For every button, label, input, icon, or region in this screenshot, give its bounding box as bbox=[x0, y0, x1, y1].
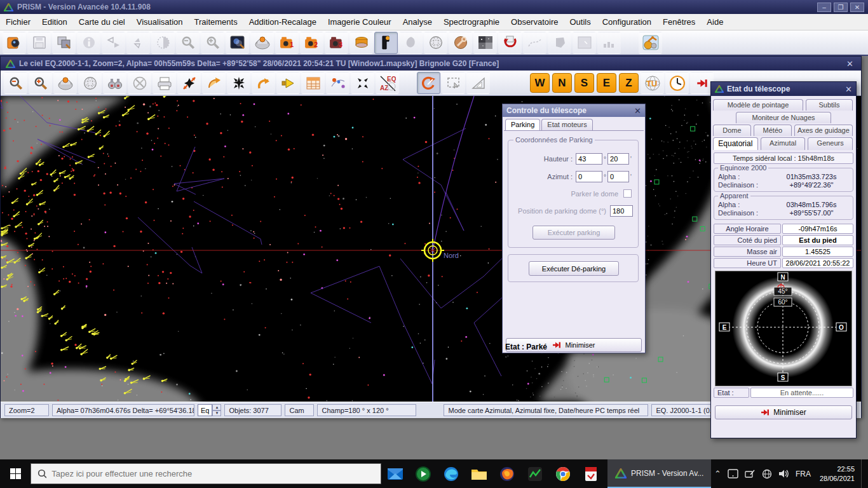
look-south-button[interactable]: S bbox=[574, 73, 594, 93]
telescope-status-close-icon[interactable]: ✕ bbox=[845, 85, 852, 94]
tray-clock[interactable]: 22:55 28/06/2021 bbox=[817, 464, 855, 483]
zoom-out-image-button[interactable] bbox=[176, 32, 200, 54]
taskbar-firefox-icon[interactable] bbox=[493, 459, 521, 488]
map-window-close-icon[interactable]: ✕ bbox=[844, 59, 856, 69]
image-info-button[interactable] bbox=[77, 32, 100, 54]
menu-configuration[interactable]: Configuration bbox=[597, 15, 657, 29]
map-step-forward-button[interactable] bbox=[276, 72, 300, 94]
photometry-button[interactable] bbox=[399, 32, 423, 54]
close-window-button[interactable]: ✕ bbox=[850, 3, 864, 12]
frame-selector[interactable]: Eq ▲▼ bbox=[198, 404, 221, 416]
dome-park-position-input[interactable] bbox=[610, 205, 633, 217]
histogram-button[interactable] bbox=[597, 32, 621, 54]
map-dome-button[interactable] bbox=[53, 72, 77, 94]
map-eq-az-toggle-button[interactable]: EQ AZ bbox=[376, 72, 399, 94]
taskbar-pdf-app-icon[interactable] bbox=[577, 459, 605, 488]
tray-language[interactable]: FRA bbox=[796, 470, 811, 478]
menu-spectrographie[interactable]: Spectrographie bbox=[438, 15, 505, 29]
map-center-object-button[interactable] bbox=[351, 72, 374, 94]
tab-modele-de-pointage[interactable]: Modèle de pointage bbox=[713, 99, 803, 111]
azimut-min-input[interactable] bbox=[607, 171, 629, 182]
menu-edition[interactable]: Edition bbox=[36, 15, 73, 29]
taskbar-file-explorer-icon[interactable] bbox=[465, 459, 493, 488]
new-frame-button[interactable] bbox=[573, 32, 596, 54]
map-measure-angle-button[interactable] bbox=[466, 72, 490, 94]
threshold-button[interactable] bbox=[151, 32, 175, 54]
calibration-images-button[interactable] bbox=[473, 32, 497, 54]
maximize-window-button[interactable]: ❐ bbox=[834, 3, 848, 12]
map-select-region-button[interactable] bbox=[442, 72, 465, 94]
region-tool-button[interactable] bbox=[548, 32, 571, 54]
instrument-setup-button[interactable] bbox=[449, 32, 472, 54]
plot-curve-button[interactable] bbox=[523, 32, 546, 54]
menu-outils[interactable]: Outils bbox=[564, 15, 596, 29]
look-north-button[interactable]: N bbox=[552, 73, 572, 93]
telescope-control-button[interactable] bbox=[374, 32, 398, 54]
open-image-button[interactable] bbox=[3, 32, 26, 54]
menu-visualisation[interactable]: Visualisation bbox=[131, 15, 189, 29]
map-zoom-out-button[interactable] bbox=[4, 72, 27, 94]
taskbar-search[interactable] bbox=[31, 463, 381, 484]
taskbar-chrome-icon[interactable] bbox=[549, 459, 577, 488]
menu-fenetres[interactable]: Fenêtres bbox=[657, 15, 701, 29]
telescope-control-titlebar[interactable]: Controle du télescope ✕ bbox=[503, 104, 645, 117]
taskbar-prism-button[interactable]: PRISM - Version Av... bbox=[607, 459, 711, 488]
hauteur-deg-input[interactable] bbox=[576, 153, 602, 165]
time-settings-button[interactable] bbox=[665, 72, 689, 94]
execute-parking-button[interactable]: Exécuter parking bbox=[532, 226, 615, 240]
map-zoom-in-button[interactable] bbox=[29, 72, 52, 94]
telescope-status-minimize-button[interactable]: Minimiser bbox=[715, 405, 852, 419]
map-reduce-field-button[interactable] bbox=[227, 72, 250, 94]
dome-control-button[interactable] bbox=[250, 32, 274, 54]
menu-traitements[interactable]: Traitements bbox=[189, 15, 243, 29]
menu-fichier[interactable]: Fichier bbox=[0, 15, 36, 29]
park-dome-checkbox[interactable] bbox=[623, 189, 632, 198]
tab-geneurs[interactable]: Geneurs bbox=[808, 137, 853, 150]
tab-subtils[interactable]: Subtils bbox=[806, 99, 853, 111]
tab-parking[interactable]: Parking bbox=[505, 119, 540, 130]
menu-observatoire[interactable]: Observatoire bbox=[505, 15, 564, 29]
look-east-button[interactable]: E bbox=[597, 73, 616, 93]
taskbar-mail-icon[interactable] bbox=[381, 459, 409, 488]
zoom-in-image-button[interactable] bbox=[201, 32, 224, 54]
telescope-control-close-icon[interactable]: ✕ bbox=[634, 106, 641, 116]
tray-pen-icon[interactable] bbox=[745, 469, 756, 478]
execute-deparking-button[interactable]: Exécuter Dé-parking bbox=[529, 261, 619, 276]
map-print-button[interactable] bbox=[153, 72, 176, 94]
map-no-tools-button[interactable] bbox=[128, 72, 151, 94]
tab-moniteur-de-nuages[interactable]: Moniteur de Nuages bbox=[736, 112, 831, 123]
map-expand-field-button[interactable] bbox=[177, 72, 201, 94]
search-input[interactable] bbox=[51, 469, 374, 478]
azimut-deg-input[interactable] bbox=[576, 171, 602, 182]
sky-chart-button[interactable] bbox=[424, 32, 447, 54]
menu-imagerie-couleur[interactable]: Imagerie Couleur bbox=[322, 15, 397, 29]
minimize-window-button[interactable]: – bbox=[817, 3, 831, 12]
camera-1-button[interactable]: 1 bbox=[275, 32, 299, 54]
map-binoculars-button[interactable] bbox=[103, 72, 126, 94]
blink-compare-button[interactable] bbox=[52, 32, 76, 54]
tray-tablet-icon[interactable] bbox=[728, 469, 738, 478]
full-preview-button[interactable] bbox=[226, 32, 249, 54]
menu-addition-recalage[interactable]: Addition-Recalage bbox=[243, 15, 322, 29]
tab-meteo[interactable]: Météo bbox=[754, 125, 792, 136]
tray-network-icon[interactable] bbox=[762, 469, 772, 479]
tab-dome[interactable]: Dome bbox=[713, 125, 751, 136]
tray-volume-icon[interactable] bbox=[778, 469, 789, 478]
start-button[interactable] bbox=[0, 459, 31, 488]
map-window-titlebar[interactable]: Le ciel EQ.2000-1-1, Zoom=2, Alpha= 00h5… bbox=[1, 57, 861, 71]
taskbar-edge-icon[interactable] bbox=[437, 459, 465, 488]
map-ephemeris-button[interactable] bbox=[301, 72, 325, 94]
frame-down-icon[interactable]: ▼ bbox=[212, 410, 221, 417]
camera-2-button[interactable]: 2 bbox=[300, 32, 323, 54]
tab-axes-de-guidage[interactable]: Axes de guidage bbox=[794, 125, 853, 136]
map-undo-view-button[interactable] bbox=[252, 72, 275, 94]
map-solar-system-button[interactable] bbox=[326, 72, 349, 94]
frame-up-icon[interactable]: ▲ bbox=[212, 404, 221, 410]
menu-carte-du-ciel[interactable]: Carte du ciel bbox=[73, 15, 131, 29]
tab-etat-moteurs[interactable]: Etat moteurs bbox=[541, 119, 592, 130]
flip-horizontal-button[interactable] bbox=[102, 32, 125, 54]
map-flip-button[interactable] bbox=[202, 72, 226, 94]
tab-azimutal[interactable]: Azimutal bbox=[761, 137, 806, 150]
rotate-image-button[interactable] bbox=[498, 32, 522, 54]
tray-chevron-icon[interactable]: ⌃ bbox=[714, 469, 721, 478]
